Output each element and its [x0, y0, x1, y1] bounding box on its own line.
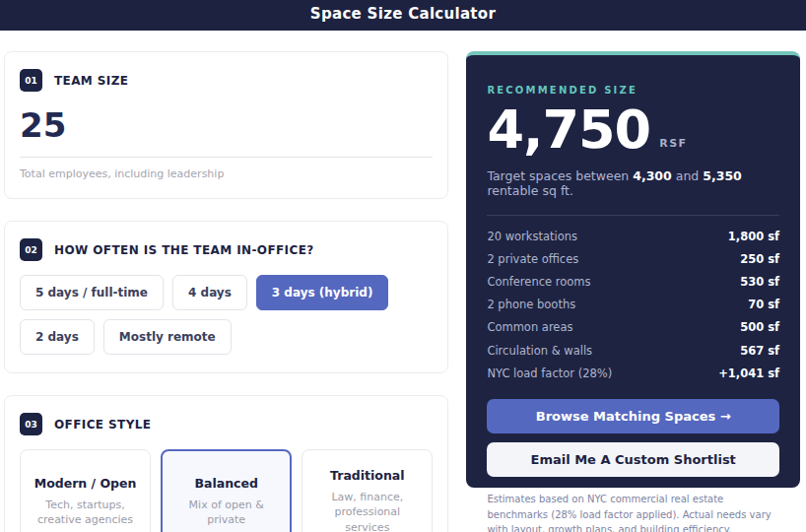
- breakdown-label: Conference rooms: [487, 275, 590, 289]
- section-header: 01 TEAM SIZE: [20, 69, 433, 92]
- email-shortlist-button[interactable]: Email Me A Custom Shortlist: [487, 442, 779, 477]
- style-option-title: Modern / Open: [29, 476, 142, 491]
- style-option-title: Balanced: [169, 476, 283, 491]
- breakdown-row: 20 workstations 1,800 sf: [487, 225, 779, 247]
- breakdown-row: NYC load factor (28%) +1,041 sf: [487, 362, 779, 384]
- breakdown-row: Circulation & walls 567 sf: [487, 339, 779, 362]
- team-size-helper: Total employees, including leadership: [20, 167, 433, 180]
- breakdown-row: Common areas 500 sf: [487, 316, 779, 339]
- breakdown-row: 2 private offices 250 sf: [487, 247, 779, 270]
- target-and: and: [672, 168, 703, 183]
- team-size-input[interactable]: 25: [20, 105, 433, 158]
- main-content: 01 TEAM SIZE 25 Total employees, includi…: [0, 31, 806, 532]
- disclaimer-text: Estimates based on NYC commercial real e…: [487, 492, 779, 532]
- recommended-size-value: 4,750: [487, 103, 650, 157]
- target-range-text: Target spaces between 4,300 and 5,350 re…: [487, 168, 779, 198]
- section-title: OFFICE STYLE: [54, 418, 151, 432]
- style-option-modern-open[interactable]: Modern / Open Tech, startups, creative a…: [20, 449, 151, 532]
- target-prefix: Target spaces between: [487, 168, 633, 183]
- section-header: 02 HOW OFTEN IS THE TEAM IN-OFFICE?: [20, 238, 433, 261]
- breakdown-row: 2 phone booths 70 sf: [487, 294, 779, 316]
- space-breakdown-table: 20 workstations 1,800 sf 2 private offic…: [487, 225, 779, 384]
- style-option-desc: Law, finance, professional services: [310, 490, 424, 532]
- recommended-size-unit: RSF: [659, 137, 687, 150]
- breakdown-value: +1,041 sf: [718, 366, 779, 380]
- breakdown-label: NYC load factor (28%): [487, 366, 612, 380]
- target-min-value: 4,300: [633, 168, 672, 183]
- frequency-option-4-days[interactable]: 4 days: [172, 275, 247, 310]
- section-team-size: 01 TEAM SIZE 25 Total employees, includi…: [4, 51, 448, 199]
- breakdown-label: 20 workstations: [487, 230, 577, 243]
- recommendation-panel: RECOMMENDED SIZE 4,750 RSF Target spaces…: [466, 51, 800, 488]
- recommended-size-label: RECOMMENDED SIZE: [487, 85, 779, 96]
- breakdown-label: Circulation & walls: [487, 344, 592, 358]
- browse-spaces-button[interactable]: Browse Matching Spaces →: [487, 399, 779, 433]
- style-option-desc: Mix of open & private: [169, 498, 283, 528]
- style-option-balanced[interactable]: Balanced Mix of open & private: [161, 449, 292, 532]
- breakdown-label: Common areas: [487, 320, 572, 334]
- frequency-option-3-days-hybrid[interactable]: 3 days (hybrid): [256, 275, 389, 310]
- office-style-options: Modern / Open Tech, startups, creative a…: [20, 449, 433, 532]
- breakdown-value: 530 sf: [740, 275, 779, 289]
- app-header: Space Size Calculator: [0, 0, 806, 31]
- breakdown-row: Conference rooms 530 sf: [487, 270, 779, 293]
- section-office-frequency: 02 HOW OFTEN IS THE TEAM IN-OFFICE? 5 da…: [4, 221, 448, 373]
- breakdown-value: 567 sf: [740, 344, 779, 358]
- frequency-option-5-days[interactable]: 5 days / full-time: [20, 275, 164, 310]
- page-title: Space Size Calculator: [310, 5, 496, 23]
- section-title: TEAM SIZE: [54, 74, 128, 88]
- section-header: 03 OFFICE STYLE: [20, 413, 433, 435]
- breakdown-value: 250 sf: [740, 252, 779, 266]
- frequency-options: 5 days / full-time 4 days 3 days (hybrid…: [20, 275, 433, 355]
- breakdown-value: 1,800 sf: [728, 230, 779, 243]
- style-option-traditional[interactable]: Traditional Law, finance, professional s…: [302, 449, 433, 532]
- section-office-style: 03 OFFICE STYLE Modern / Open Tech, star…: [4, 395, 448, 532]
- breakdown-value: 70 sf: [748, 298, 779, 311]
- style-option-desc: Tech, startups, creative agencies: [29, 498, 142, 528]
- breakdown-label: 2 private offices: [487, 252, 578, 266]
- frequency-option-2-days[interactable]: 2 days: [20, 319, 95, 355]
- style-option-title: Traditional: [310, 468, 424, 483]
- calculator-form: 01 TEAM SIZE 25 Total employees, includi…: [4, 51, 448, 532]
- panel-divider: [487, 215, 779, 216]
- step-number-badge: 02: [20, 238, 42, 261]
- recommended-size: 4,750 RSF: [487, 103, 779, 157]
- breakdown-label: 2 phone booths: [487, 298, 575, 311]
- target-max-value: 5,350: [703, 168, 742, 183]
- section-title: HOW OFTEN IS THE TEAM IN-OFFICE?: [54, 243, 314, 257]
- target-suffix: rentable sq ft.: [487, 183, 573, 198]
- step-number-badge: 03: [20, 413, 42, 435]
- breakdown-value: 500 sf: [740, 320, 779, 334]
- step-number-badge: 01: [20, 69, 42, 92]
- frequency-option-mostly-remote[interactable]: Mostly remote: [103, 319, 232, 355]
